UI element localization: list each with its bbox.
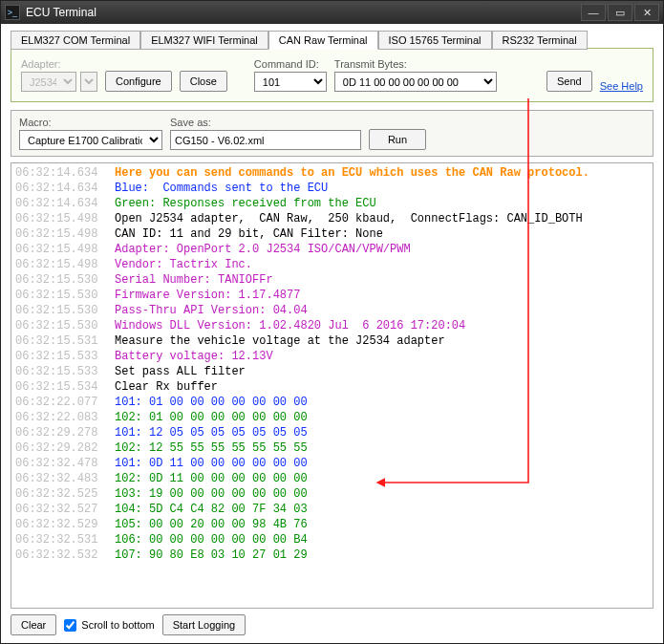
commandid-select[interactable]: 101 [254, 72, 327, 92]
log-line: 06:32:22.077 101: 01 00 00 00 00 00 00 0… [15, 395, 649, 410]
adapter-label: Adapter: [21, 58, 97, 70]
maximize-button[interactable]: ▭ [608, 4, 632, 21]
content-area: ELM327 COM Terminal ELM327 WIFI Terminal… [1, 24, 663, 643]
close-window-button[interactable]: ✕ [634, 4, 659, 21]
adapter-select: J2534 [21, 72, 76, 92]
log-line: 06:32:32.532 107: 90 80 E8 03 10 27 01 2… [15, 547, 649, 563]
log-line: 06:32:29.282 102: 12 55 55 55 55 55 55 5… [15, 440, 649, 456]
bottom-bar: Clear Scroll to bottom Start Logging [11, 609, 653, 635]
titlebar[interactable]: >_ ECU Terminal — ▭ ✕ [1, 1, 663, 24]
log-line: 06:32:32.529 105: 00 00 20 00 00 98 4B 7… [15, 517, 649, 532]
clear-button[interactable]: Clear [11, 614, 56, 635]
log-output[interactable]: 06:32:14.634 Here you can send commands … [11, 163, 653, 608]
log-line: 06:32:15.533 Set pass ALL filter [15, 364, 649, 379]
saveas-label: Save as: [170, 117, 361, 128]
tab-strip: ELM327 COM Terminal ELM327 WIFI Terminal… [11, 30, 653, 49]
saveas-input[interactable] [170, 130, 361, 150]
log-line: 06:32:15.530 Pass-Thru API Version: 04.0… [15, 303, 649, 318]
txbytes-select[interactable]: 0D 11 00 00 00 00 00 00 [334, 72, 497, 92]
scroll-checkbox-input[interactable] [64, 619, 76, 632]
tab-can-raw[interactable]: CAN Raw Terminal [268, 31, 378, 50]
log-line: 06:32:32.531 106: 00 00 00 00 00 00 00 B… [15, 532, 649, 547]
app-icon: >_ [5, 5, 20, 20]
log-line: 06:32:15.498 Adapter: OpenPort 2.0 J2534… [15, 242, 649, 257]
macro-panel: Macro: Capture E1700 Calibration Save as… [11, 110, 653, 157]
log-line: 06:32:15.498 CAN ID: 11 and 29 bit, CAN … [15, 226, 649, 242]
log-line: 06:32:15.531 Measure the vehicle voltage… [15, 333, 649, 349]
tab-rs232[interactable]: RS232 Terminal [492, 31, 588, 50]
log-panel: 06:32:14.634 Here you can send commands … [11, 162, 653, 609]
connection-panel: Adapter: J2534 Configure Close Command I… [11, 48, 653, 102]
macro-select[interactable]: Capture E1700 Calibration [19, 130, 162, 150]
send-button[interactable]: Send [546, 71, 592, 92]
window-title: ECU Terminal [26, 6, 96, 19]
tab-elm327-wifi[interactable]: ELM327 WIFI Terminal [140, 31, 268, 50]
log-line: 06:32:15.530 Serial Number: TANIOFFr [15, 272, 649, 288]
minimize-button[interactable]: — [581, 4, 606, 21]
run-macro-button[interactable]: Run [369, 129, 426, 150]
scroll-checkbox[interactable]: Scroll to bottom [64, 619, 154, 632]
log-line: 06:32:15.498 Vendor: Tactrix Inc. [15, 257, 649, 272]
configure-button[interactable]: Configure [105, 71, 172, 92]
tab-iso15765[interactable]: ISO 15765 Terminal [378, 31, 492, 50]
txbytes-label: Transmit Bytes: [334, 58, 539, 70]
log-line: 06:32:22.083 102: 01 00 00 00 00 00 00 0… [15, 410, 649, 425]
log-line: 06:32:32.483 102: 0D 11 00 00 00 00 00 0… [15, 471, 649, 486]
log-line: 06:32:15.530 Windows DLL Version: 1.02.4… [15, 318, 649, 333]
log-line: 06:32:14.634 Green: Responses received f… [15, 196, 649, 211]
log-line: 06:32:15.498 Open J2534 adapter, CAN Raw… [15, 211, 649, 226]
app-window: >_ ECU Terminal — ▭ ✕ ELM327 COM Termina… [0, 0, 664, 644]
log-line: 06:32:32.525 103: 19 00 00 00 00 00 00 0… [15, 486, 649, 502]
log-line: 06:32:15.534 Clear Rx buffer [15, 379, 649, 395]
log-line: 06:32:14.634 Blue: Commands sent to the … [15, 181, 649, 196]
commandid-label: Command ID: [254, 58, 327, 70]
log-line: 06:32:32.527 104: 5D C4 C4 82 00 7F 34 0… [15, 502, 649, 517]
see-help-link[interactable]: See Help [600, 80, 643, 92]
start-logging-button[interactable]: Start Logging [162, 614, 246, 635]
log-line: 06:32:29.278 101: 12 05 05 05 05 05 05 0… [15, 425, 649, 440]
log-line: 06:32:32.478 101: 0D 11 00 00 00 00 00 0… [15, 456, 649, 471]
log-line: 06:32:15.533 Battery voltage: 12.13V [15, 349, 649, 364]
close-connection-button[interactable]: Close [180, 71, 227, 92]
log-line: 06:32:15.530 Firmware Version: 1.17.4877 [15, 288, 649, 303]
tab-elm327-com[interactable]: ELM327 COM Terminal [11, 31, 140, 50]
adapter-port-select [80, 72, 97, 92]
log-line: 06:32:14.634 Here you can send commands … [15, 165, 649, 181]
macro-label: Macro: [19, 117, 162, 128]
